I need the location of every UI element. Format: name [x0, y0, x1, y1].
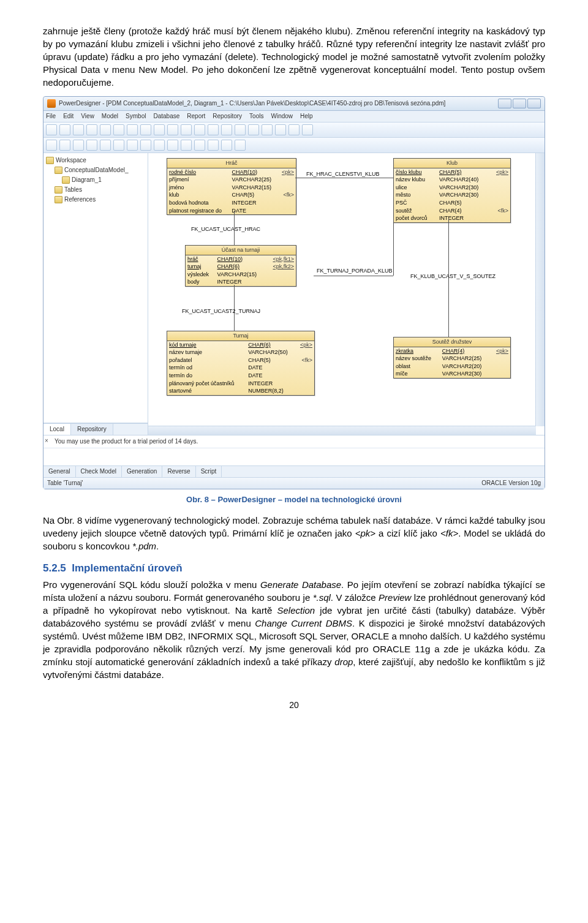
close-button[interactable]	[527, 99, 541, 108]
paragraph-2: Na Obr. 8 vidíme vygenerovaný technologi…	[43, 514, 545, 552]
figure-caption: Obr. 8 – PowerDesigner – model na techno…	[43, 494, 545, 505]
model-icon	[55, 167, 62, 174]
diagram-canvas[interactable]: Hráč rodné čísloCHAR(10)<pk>příjmeníVARC…	[148, 153, 545, 435]
menu-repository[interactable]: Repository	[213, 112, 242, 121]
toolbar-button[interactable]	[235, 140, 246, 151]
menu-report[interactable]: Report	[187, 112, 205, 121]
menu-window[interactable]: Window	[271, 112, 293, 121]
relation-label: FK_KLUB_UCAST_V_S_SOUTEZ	[410, 273, 496, 281]
toolbar-button[interactable]	[248, 124, 259, 135]
relation-label: FK_UCAST_UCAST_HRAC	[191, 225, 260, 233]
tab-local[interactable]: Local	[43, 424, 71, 435]
entity-ucast[interactable]: Účast na turnaji hráčCHAR(10)<pk,fk1>tur…	[185, 245, 296, 287]
entity-title: Turnaj	[167, 331, 314, 341]
output-tab[interactable]: Reverse	[162, 466, 195, 477]
maximize-button[interactable]	[513, 99, 526, 108]
output-tab-strip: General Check Model Generation Reverse S…	[43, 465, 545, 477]
toolbar-button[interactable]	[275, 124, 286, 135]
menu-model[interactable]: Model	[102, 112, 118, 121]
toolbar-button[interactable]	[154, 140, 165, 151]
menu-bar: File Edit View Model Symbol Database Rep…	[43, 111, 545, 122]
window-controls	[498, 99, 541, 108]
tree-item[interactable]: Tables	[46, 185, 145, 195]
toolbar-button[interactable]	[73, 124, 84, 135]
toolbar-button[interactable]	[181, 124, 192, 135]
toolbar-button[interactable]	[167, 124, 178, 135]
toolbar-button[interactable]	[302, 124, 313, 135]
toolbar-button[interactable]	[100, 124, 111, 135]
toolbar-button[interactable]	[140, 140, 151, 151]
output-message: You may use the product for a trial peri…	[55, 438, 198, 445]
toolbar-button[interactable]	[194, 140, 205, 151]
menu-help[interactable]: Help	[300, 112, 313, 121]
toolbar-button[interactable]	[221, 124, 232, 135]
tree-root[interactable]: Workspace	[46, 156, 145, 165]
output-tab[interactable]: Generation	[122, 466, 162, 477]
toolbar-button[interactable]	[86, 124, 97, 135]
entity-title: Hráč	[167, 159, 296, 168]
section-heading: 5.2.5 Implementační úroveň	[43, 561, 545, 576]
toolbar-button[interactable]	[140, 124, 151, 135]
relation-label: FK_HRAC_CLENSTVI_KLUB	[306, 170, 380, 178]
toolbar-button[interactable]	[113, 124, 124, 135]
toolbar-button[interactable]	[127, 124, 138, 135]
folder-icon	[55, 196, 62, 203]
entity-klub[interactable]: Klub číslo klubuCHAR(5)<pk>název klubuVA…	[393, 158, 511, 223]
toolbar-button[interactable]	[100, 140, 111, 151]
side-tab-strip: Local Repository	[43, 423, 148, 435]
menu-tools[interactable]: Tools	[249, 112, 263, 121]
tree-item[interactable]: Diagram_1	[46, 175, 145, 185]
entity-soutez[interactable]: Soutěž družstev zkratkaCHAR(4)<pk>název …	[393, 337, 511, 379]
toolbar-button[interactable]	[59, 140, 70, 151]
toolbar-button[interactable]	[181, 140, 192, 151]
toolbar-button[interactable]	[167, 140, 178, 151]
menu-symbol[interactable]: Symbol	[126, 112, 146, 121]
minimize-button[interactable]	[498, 99, 511, 108]
toolbar-button[interactable]	[86, 140, 97, 151]
tree-item[interactable]: References	[46, 195, 145, 205]
workspace-icon	[46, 157, 54, 164]
entity-columns: rodné čísloCHAR(10)<pk>příjmeníVARCHAR2(…	[167, 168, 296, 215]
menu-view[interactable]: View	[81, 112, 94, 121]
tab-repository[interactable]: Repository	[71, 424, 113, 435]
paragraph-1: zahrnuje ještě členy (protože každý hráč…	[43, 24, 545, 89]
menu-file[interactable]: File	[46, 112, 56, 121]
toolbar-button[interactable]	[208, 124, 219, 135]
menu-edit[interactable]: Edit	[63, 112, 74, 121]
horizontal-scrollbar[interactable]	[148, 426, 536, 435]
page-number: 20	[43, 699, 545, 712]
toolbar-button[interactable]	[73, 140, 84, 151]
output-tab[interactable]: General	[43, 466, 76, 477]
toolbar-button[interactable]	[262, 124, 273, 135]
toolbar-button[interactable]	[113, 140, 124, 151]
toolbar-button[interactable]	[46, 140, 57, 151]
app-screenshot: PowerDesigner - [PDM ConceptualDataModel…	[43, 96, 545, 489]
toolbar-button[interactable]	[221, 140, 232, 151]
entity-columns: zkratkaCHAR(4)<pk>název soutěžeVARCHAR2(…	[394, 347, 510, 378]
app-icon	[47, 99, 56, 108]
menu-database[interactable]: Database	[153, 112, 179, 121]
toolbar-button[interactable]	[208, 140, 219, 151]
toolbar-button[interactable]	[127, 140, 138, 151]
panel-close-icon[interactable]: ×	[45, 437, 48, 445]
entity-turnaj[interactable]: Turnaj kód turnajeCHAR(6)<pk>název turna…	[167, 331, 315, 396]
toolbar-button[interactable]	[59, 124, 70, 135]
vertical-scrollbar[interactable]	[535, 153, 545, 426]
toolbar-button[interactable]	[154, 124, 165, 135]
output-tab[interactable]: Check Model	[76, 466, 122, 477]
entity-hrac[interactable]: Hráč rodné čísloCHAR(10)<pk>příjmeníVARC…	[167, 158, 296, 215]
toolbar-row-2	[43, 138, 545, 153]
entity-title: Účast na turnaji	[186, 246, 296, 255]
toolbar-row-1	[43, 122, 545, 138]
relation-line	[314, 276, 393, 276]
tree-item[interactable]: ConceptualDataModel_	[46, 165, 145, 175]
status-right: ORACLE Version 10g	[481, 479, 541, 488]
toolbar-button[interactable]	[46, 124, 57, 135]
window-title: PowerDesigner - [PDM ConceptualDataModel…	[59, 99, 445, 108]
entity-title: Soutěž družstev	[394, 337, 510, 347]
toolbar-button[interactable]	[235, 124, 246, 135]
toolbar-button[interactable]	[194, 124, 205, 135]
output-tab[interactable]: Script	[196, 466, 222, 477]
toolbar-button[interactable]	[288, 124, 300, 135]
object-browser: Workspace ConceptualDataModel_ Diagram_1…	[43, 153, 148, 435]
